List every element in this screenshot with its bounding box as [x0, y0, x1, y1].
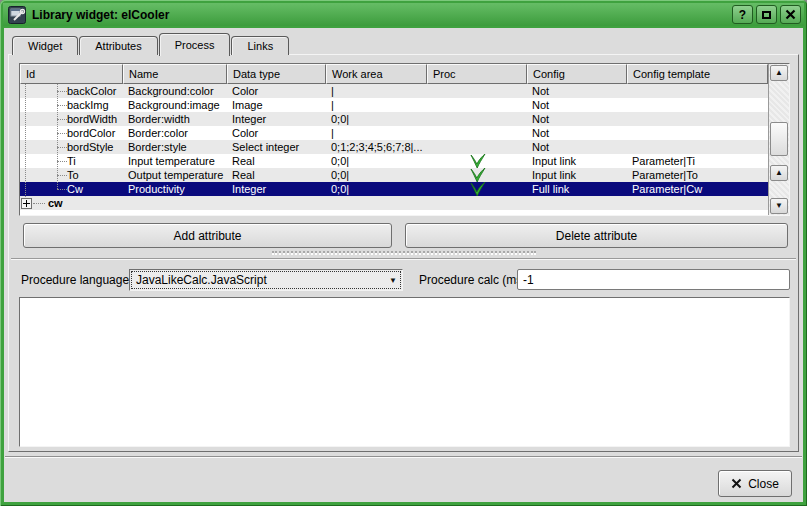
cell-proc [427, 140, 527, 154]
table-scrollbar[interactable]: ▲ ▲ ▼ [768, 64, 789, 215]
tree-connector [33, 203, 45, 204]
dialog-client-area: Widget Attributes Process Links Id Name … [4, 28, 803, 502]
proc-check-icon [468, 182, 486, 196]
cell-config: Not [527, 84, 627, 98]
table-row[interactable]: bordWidthBorder:widthInteger0;0|Not [20, 112, 768, 126]
attributes-table: Id Name Data type Work area Proc Config … [19, 63, 790, 216]
cell-name: Productivity [123, 182, 227, 196]
cell-proc [427, 84, 527, 98]
procedure-language-label: Procedure language: [21, 273, 132, 287]
tree-connector [57, 105, 67, 106]
cell-config-template [627, 98, 768, 112]
cell-proc [427, 154, 527, 168]
help-button[interactable]: ? [732, 5, 753, 24]
tree-connector [57, 91, 67, 92]
process-tab-panel: Id Name Data type Work area Proc Config … [8, 54, 799, 452]
column-header-name[interactable]: Name [123, 64, 227, 84]
close-button[interactable]: Close [718, 470, 792, 497]
close-icon [731, 478, 742, 489]
cell-config: Full link [527, 182, 627, 196]
cell-data-type: Color [227, 126, 326, 140]
table-row[interactable]: backImgBackground:imageImage|Not [20, 98, 768, 112]
cell-proc [427, 126, 527, 140]
cell-id: Ti [20, 154, 123, 168]
tab-links[interactable]: Links [231, 36, 289, 55]
column-header-config[interactable]: Config [527, 64, 627, 84]
tree-connector [57, 189, 67, 190]
app-icon [8, 6, 26, 24]
cell-config-template [627, 84, 768, 98]
column-header-work-area[interactable]: Work area [326, 64, 427, 84]
cell-proc [427, 112, 527, 126]
chevron-down-icon: ▼ [389, 276, 397, 285]
table-row[interactable]: bordColorBorder:colorColor|Not [20, 126, 768, 140]
window: Library widget: elCooler ? Widget Attrib… [0, 0, 807, 506]
table-row[interactable]: bordStyleBorder:styleSelect integer0;1;2… [20, 140, 768, 154]
table-row[interactable]: ToOutput temperatureReal0;0|Input linkPa… [20, 168, 768, 182]
cell-data-type: Real [227, 154, 326, 168]
expand-plus-icon[interactable] [21, 198, 32, 209]
scroll-up-icon[interactable]: ▲ [770, 65, 788, 81]
cell-id: bordStyle [20, 140, 123, 154]
scroll-down-icon[interactable]: ▼ [770, 198, 788, 214]
cell-name: Border:width [123, 112, 227, 126]
scrollbar-thumb[interactable] [770, 122, 788, 156]
cell-config-template [627, 126, 768, 140]
procedure-code-editor[interactable] [19, 297, 790, 447]
close-window-button[interactable] [780, 5, 801, 24]
titlebar[interactable]: Library widget: elCooler ? [3, 3, 804, 26]
proc-check-icon [468, 168, 486, 182]
cell-config-template: Parameter|To [627, 168, 768, 182]
tree-line [57, 84, 58, 189]
section-divider [11, 258, 796, 260]
cell-work-area: 0;0| [326, 168, 427, 182]
table-header: Id Name Data type Work area Proc Config … [20, 64, 768, 84]
cell-name: Background:color [123, 84, 227, 98]
cell-id: To [20, 168, 123, 182]
delete-attribute-button[interactable]: Delete attribute [405, 223, 788, 248]
tabbar: Widget Attributes Process Links [12, 33, 290, 55]
table-row[interactable]: backColorBackground:colorColor|Not [20, 84, 768, 98]
cell-id: backImg [20, 98, 123, 112]
splitter-grip-icon [272, 251, 536, 255]
table-row[interactable]: TiInput temperatureReal0;0|Input linkPar… [20, 154, 768, 168]
procedure-calc-input[interactable] [517, 269, 790, 290]
scroll-up-icon[interactable]: ▲ [770, 165, 788, 181]
splitter-handle[interactable] [11, 250, 796, 257]
column-header-data-type[interactable]: Data type [227, 64, 326, 84]
column-header-proc[interactable]: Proc [427, 64, 527, 84]
window-title: Library widget: elCooler [32, 8, 732, 22]
cell-data-type: Integer [227, 112, 326, 126]
cell-config-template: Parameter|Ti [627, 154, 768, 168]
cell-config-template [627, 140, 768, 154]
footer-divider [5, 456, 802, 458]
cell-id: Cw [20, 182, 123, 196]
tree-connector [57, 147, 67, 148]
tree-connector [57, 161, 67, 162]
close-button-label: Close [748, 477, 779, 491]
cell-data-type: Image [227, 98, 326, 112]
procedure-language-select[interactable]: JavaLikeCalc.JavaScript ▼ [129, 269, 403, 291]
tab-attributes[interactable]: Attributes [79, 36, 157, 55]
maximize-button[interactable] [756, 5, 777, 24]
procedure-calc-label: Procedure calc (ms): [419, 273, 530, 287]
tab-process[interactable]: Process [159, 33, 231, 56]
cell-config: Not [527, 126, 627, 140]
tab-widget[interactable]: Widget [12, 36, 78, 55]
cell-work-area: | [326, 126, 427, 140]
maximize-icon [762, 11, 771, 19]
cell-config-template [627, 112, 768, 126]
cell-work-area: 0;0| [326, 112, 427, 126]
cell-name: Border:style [123, 140, 227, 154]
column-header-config-template[interactable]: Config template [627, 64, 768, 84]
procedure-language-value: JavaLikeCalc.JavaScript [136, 273, 267, 287]
cell-work-area: 0;0| [326, 154, 427, 168]
table-row[interactable]: CwProductivityInteger0;0|Full linkParame… [20, 182, 768, 196]
tree-connector [57, 119, 67, 120]
add-attribute-button[interactable]: Add attribute [23, 223, 392, 248]
cell-config-template: Parameter|Cw [627, 182, 768, 196]
tree-group-node[interactable]: cw [20, 196, 768, 210]
window-controls: ? [732, 5, 801, 24]
column-header-id[interactable]: Id [20, 64, 123, 84]
procedure-settings-row: Procedure language: JavaLikeCalc.JavaScr… [9, 269, 798, 293]
